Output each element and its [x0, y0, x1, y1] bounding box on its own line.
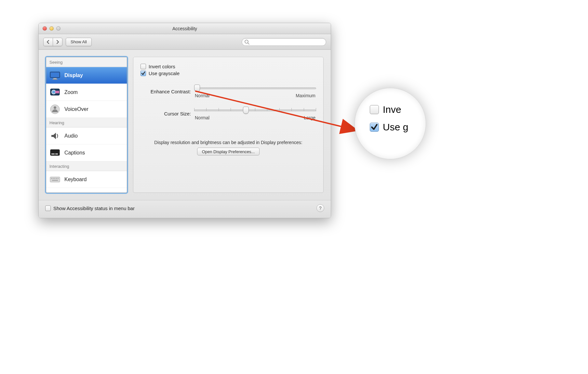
sidebar-item-label: Audio: [64, 133, 78, 139]
check-icon: [371, 124, 378, 131]
svg-rect-4: [53, 78, 57, 79]
show-all-button[interactable]: Show All: [66, 38, 92, 46]
svg-point-11: [54, 106, 56, 109]
bottom-bar: Show Accessibility status in menu bar ?: [39, 200, 331, 218]
captions-icon: [49, 147, 60, 158]
svg-line-1: [248, 43, 249, 44]
section-hearing: Hearing: [46, 118, 127, 127]
chevron-right-icon: [56, 40, 59, 44]
sidebar-item-display[interactable]: Display: [46, 67, 127, 84]
enhance-contrast-min: Normal: [195, 93, 209, 98]
titlebar: Accessibility: [39, 23, 331, 34]
sidebar-item-zoom[interactable]: Zoom: [46, 84, 127, 101]
display-icon: [49, 70, 60, 81]
audio-icon: [49, 130, 60, 141]
svg-rect-5: [52, 79, 58, 80]
svg-rect-16: [51, 178, 52, 179]
content-panel: Invert colors Use grayscale Enhance Cont…: [133, 57, 324, 193]
cursor-size-row: Cursor Size: Normal: [140, 107, 316, 120]
invert-colors-row: Invert colors: [140, 64, 316, 69]
forward-button[interactable]: [53, 38, 62, 46]
pane: Seeing Display Zoom VoiceOver Hearing: [39, 50, 331, 200]
show-status-label: Show Accessibility status in menu bar: [53, 206, 135, 211]
callout-invert-label: Inve: [383, 102, 401, 117]
enhance-contrast-label: Enhance Contrast:: [140, 89, 191, 94]
accessibility-window: Accessibility Show All Seeing Display: [38, 23, 331, 218]
mouse-trackpad-icon: [49, 191, 60, 193]
sidebar-item-audio[interactable]: Audio: [46, 127, 127, 144]
cursor-size-max: Large: [304, 115, 315, 120]
svg-point-8: [52, 90, 55, 94]
svg-rect-17: [53, 178, 54, 179]
chevron-left-icon: [47, 40, 50, 44]
cursor-size-slider[interactable]: [194, 107, 316, 114]
zoom-icon: [49, 87, 60, 98]
callout-grayscale-checkbox: [370, 123, 379, 132]
svg-rect-15: [50, 177, 60, 182]
sidebar-item-captions[interactable]: Captions: [46, 144, 127, 161]
svg-rect-19: [56, 178, 57, 179]
keyboard-icon: [49, 174, 60, 185]
callout-magnifier: Inve Use g: [354, 88, 426, 159]
callout-grayscale-label: Use g: [383, 120, 408, 134]
voiceover-icon: [49, 104, 60, 115]
use-grayscale-row: Use grayscale: [140, 71, 316, 76]
sidebar-item-voiceover[interactable]: VoiceOver: [46, 101, 127, 118]
sidebar-item-keyboard[interactable]: Keyboard: [46, 171, 127, 188]
svg-point-22: [51, 193, 56, 193]
sidebar: Seeing Display Zoom VoiceOver Hearing: [46, 57, 127, 193]
svg-rect-9: [55, 91, 59, 93]
enhance-contrast-max: Maximum: [296, 93, 315, 98]
toolbar: Show All: [39, 34, 331, 50]
callout-row-1: Inve: [370, 102, 408, 117]
svg-rect-21: [52, 180, 58, 181]
sidebar-item-mouse-trackpad[interactable]: Mouse & Trackpad: [46, 188, 127, 193]
sidebar-item-label: Display: [64, 73, 83, 78]
svg-rect-13: [51, 154, 55, 154]
back-button[interactable]: [43, 38, 53, 46]
search-wrap: [242, 38, 326, 46]
sidebar-item-label: VoiceOver: [64, 106, 88, 112]
invert-colors-checkbox[interactable]: [140, 64, 146, 69]
section-seeing: Seeing: [46, 57, 127, 67]
section-interacting: Interacting: [46, 161, 127, 171]
sidebar-item-label: Captions: [64, 150, 85, 156]
svg-rect-3: [51, 73, 59, 77]
svg-rect-20: [58, 178, 59, 179]
search-input[interactable]: [242, 38, 326, 46]
sidebar-item-label: Keyboard: [64, 177, 87, 182]
window-title: Accessibility: [39, 26, 331, 31]
invert-colors-label: Invert colors: [149, 64, 175, 69]
svg-rect-18: [54, 178, 55, 179]
use-grayscale-checkbox[interactable]: [140, 71, 146, 76]
use-grayscale-label: Use grayscale: [149, 71, 180, 76]
svg-rect-14: [55, 154, 58, 154]
cursor-size-label: Cursor Size:: [140, 111, 191, 116]
svg-rect-12: [50, 150, 60, 155]
help-button[interactable]: ?: [316, 204, 324, 212]
question-icon: ?: [319, 206, 322, 211]
show-status-checkbox[interactable]: [45, 206, 51, 211]
sidebar-item-label: Zoom: [64, 89, 78, 95]
callout-invert-checkbox: [370, 105, 379, 114]
search-icon: [244, 39, 249, 45]
open-display-preferences-button[interactable]: Open Display Preferences...: [197, 148, 260, 155]
callout-row-2: Use g: [370, 120, 408, 134]
enhance-contrast-row: Enhance Contrast: Normal Maximum: [140, 85, 316, 98]
footer-note: Display resolution and brightness can be…: [140, 140, 316, 145]
enhance-contrast-slider[interactable]: [194, 85, 316, 92]
back-forward-segment: [43, 38, 62, 46]
cursor-size-min: Normal: [195, 115, 209, 120]
check-icon: [141, 71, 145, 75]
